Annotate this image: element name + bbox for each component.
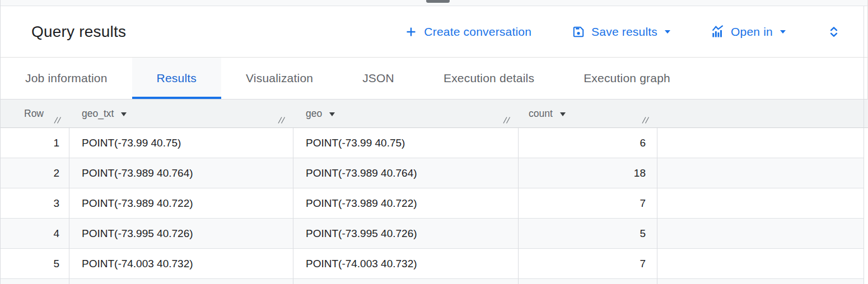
triangle-down-icon[interactable] xyxy=(329,112,335,116)
open-in-button[interactable]: Open in xyxy=(711,25,786,39)
column-header-geo_txt[interactable]: geo_txt xyxy=(69,100,293,128)
column-label: count xyxy=(529,108,553,120)
column-label: Row xyxy=(24,108,44,120)
caret-down-icon xyxy=(665,30,670,34)
caret-down-icon xyxy=(780,30,786,34)
open-in-label: Open in xyxy=(731,25,773,39)
table-cell xyxy=(657,188,864,219)
table-cell: POINT(-73.989 40.722) xyxy=(293,188,519,219)
tab-json[interactable]: JSON xyxy=(338,58,419,99)
results-tab-bar: Job informationResultsVisualizationJSONE… xyxy=(1,58,867,100)
results-header: Query results Create conversation Save r… xyxy=(1,6,867,58)
plus-icon xyxy=(404,25,418,39)
row-gutter xyxy=(864,158,868,188)
table-cell: POINT(-73.989 40.764) xyxy=(69,158,293,188)
triangle-down-icon[interactable] xyxy=(560,112,566,116)
column-header-empty xyxy=(657,100,864,128)
table-cell: POINT(-73.99 40.75) xyxy=(69,128,293,158)
partial-next-row-cell xyxy=(293,279,519,284)
unfold-more-icon xyxy=(826,24,842,40)
table-cell: POINT(-73.989 40.764) xyxy=(293,158,519,188)
table-cell: 6 xyxy=(519,128,657,158)
create-conversation-button[interactable]: Create conversation xyxy=(404,25,531,39)
partial-next-row-cell xyxy=(657,279,864,284)
diagonal-grip-icon[interactable] xyxy=(503,115,511,126)
page-title: Query results xyxy=(31,23,126,41)
header-gutter xyxy=(864,100,868,128)
tab-execution-graph[interactable]: Execution graph xyxy=(559,58,695,99)
diagonal-grip-icon[interactable] xyxy=(642,115,650,126)
table-cell: 18 xyxy=(519,158,657,188)
row-gutter xyxy=(864,219,868,249)
table-cell xyxy=(657,219,864,249)
expand-results-button[interactable] xyxy=(826,24,842,40)
row-gutter xyxy=(864,249,868,279)
table-cell: POINT(-74.003 40.732) xyxy=(69,249,293,279)
column-header-count[interactable]: count xyxy=(519,100,657,128)
row-gutter xyxy=(864,188,868,219)
table-cell: POINT(-73.995 40.726) xyxy=(293,219,519,249)
table-cell xyxy=(657,249,864,279)
floppy-disk-icon xyxy=(572,25,585,39)
table-cell: POINT(-73.99 40.75) xyxy=(293,128,519,158)
table-cell: POINT(-73.995 40.726) xyxy=(69,219,293,249)
panel-top-divider xyxy=(1,0,867,6)
diagonal-grip-icon[interactable] xyxy=(278,115,286,126)
table-cell: 7 xyxy=(519,188,657,219)
partial-next-row-cell xyxy=(1,279,69,284)
column-label: geo xyxy=(306,108,322,120)
query-results-panel: Query results Create conversation Save r… xyxy=(0,0,868,284)
table-cell: POINT(-73.989 40.722) xyxy=(69,188,293,219)
table-cell: POINT(-74.003 40.732) xyxy=(293,249,519,279)
save-results-label: Save results xyxy=(591,25,657,39)
row-number: 2 xyxy=(1,158,69,188)
table-cell: 7 xyxy=(519,249,657,279)
partial-next-row-cell xyxy=(519,279,657,284)
tab-visualization[interactable]: Visualization xyxy=(221,58,338,99)
row-gutter xyxy=(864,128,868,158)
panel-drag-handle[interactable] xyxy=(426,0,450,3)
column-header-geo[interactable]: geo xyxy=(293,100,519,128)
partial-next-row-cell xyxy=(69,279,293,284)
tab-job-information[interactable]: Job information xyxy=(1,58,132,99)
header-actions: Create conversation Save results xyxy=(404,24,842,40)
column-header-Row: Row xyxy=(1,100,69,128)
save-results-button[interactable]: Save results xyxy=(572,25,670,39)
panel-right-border xyxy=(864,6,864,284)
column-label: geo_txt xyxy=(82,108,114,120)
table-cell xyxy=(657,128,864,158)
row-number: 1 xyxy=(1,128,69,158)
row-number: 5 xyxy=(1,249,69,279)
triangle-down-icon[interactable] xyxy=(121,112,127,116)
table-cell xyxy=(657,158,864,188)
row-number: 4 xyxy=(1,219,69,249)
table-cell: 5 xyxy=(519,219,657,249)
row-gutter xyxy=(864,279,868,284)
create-conversation-label: Create conversation xyxy=(424,25,531,39)
tab-execution-details[interactable]: Execution details xyxy=(419,58,559,99)
diagonal-grip-icon[interactable] xyxy=(54,115,62,126)
results-table: Rowgeo_txtgeocount1POINT(-73.99 40.75)PO… xyxy=(1,100,868,284)
tab-results[interactable]: Results xyxy=(132,58,221,99)
row-number: 3 xyxy=(1,188,69,219)
bar-chart-trend-icon xyxy=(711,25,725,39)
